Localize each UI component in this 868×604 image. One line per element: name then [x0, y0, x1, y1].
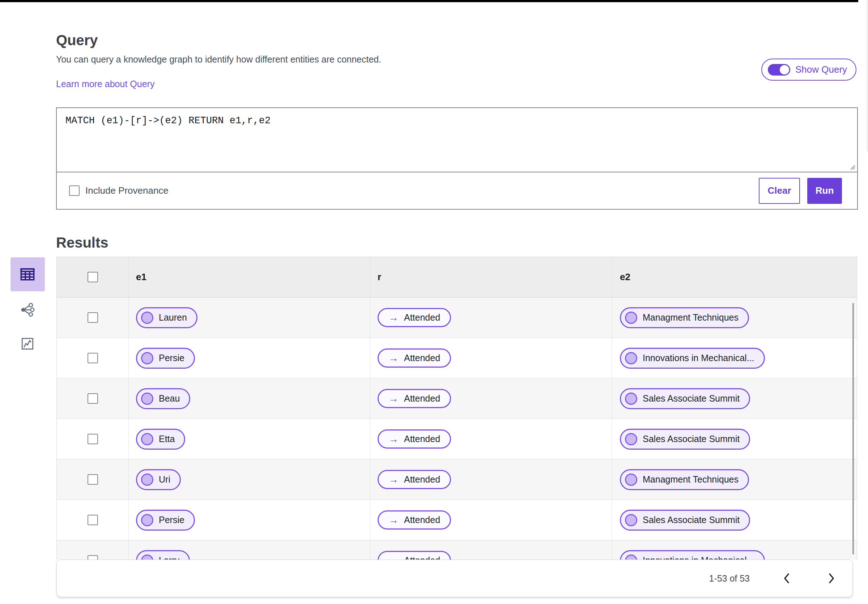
- entity-node-icon: [625, 514, 637, 526]
- header-cell-e1: e1: [129, 257, 370, 297]
- entity-label: Etta: [159, 434, 175, 444]
- row-checkbox[interactable]: [88, 312, 98, 323]
- header-cell-r: r: [370, 257, 612, 297]
- results-title: Results: [56, 235, 108, 251]
- relation-pill[interactable]: → Attended: [378, 389, 451, 408]
- row-checkbox[interactable]: [88, 393, 98, 404]
- arrow-right-icon: →: [388, 515, 398, 525]
- entity-label: Beau: [159, 393, 180, 404]
- relation-pill[interactable]: → Attended: [378, 470, 451, 489]
- relation-pill[interactable]: → Attended: [378, 348, 451, 368]
- relation-pill[interactable]: → Attended: [378, 429, 451, 449]
- toggle-knob: [780, 65, 789, 74]
- relation-label: Attended: [404, 353, 440, 363]
- table-row: Persie → Attended Sales Associate Summit: [57, 500, 857, 541]
- entity-pill[interactable]: Uri: [136, 469, 181, 490]
- arrow-right-icon: →: [388, 434, 398, 444]
- row-checkbox[interactable]: [88, 555, 98, 559]
- entity-node-icon: [141, 392, 153, 405]
- entity-pill[interactable]: Managment Techniques: [620, 469, 749, 490]
- row-cell-e1: Beau: [129, 378, 370, 419]
- entity-node-icon: [141, 312, 153, 324]
- table-icon: [19, 266, 36, 283]
- right-edge-shadow: [866, 0, 868, 152]
- page-title: Query: [56, 32, 98, 48]
- chevron-left-icon: [783, 573, 790, 584]
- entity-pill[interactable]: Larry: [136, 550, 190, 560]
- entity-pill[interactable]: Innovations in Mechanical...: [620, 550, 765, 560]
- query-page: Query You can query a knowledge graph to…: [0, 0, 868, 604]
- previous-page-button[interactable]: [779, 570, 795, 586]
- entity-node-icon: [625, 555, 637, 560]
- entity-pill[interactable]: Innovations in Mechanical...: [620, 348, 765, 369]
- row-cell-select: [57, 459, 129, 499]
- next-page-button[interactable]: [823, 570, 839, 586]
- clear-button[interactable]: Clear: [759, 178, 800, 204]
- row-cell-r: → Attended: [370, 459, 612, 499]
- entity-pill[interactable]: Etta: [136, 429, 185, 450]
- entity-pill[interactable]: Beau: [136, 388, 190, 409]
- row-cell-e2: Managment Techniques: [612, 459, 857, 499]
- header-cell-e2: e2: [612, 257, 857, 297]
- relation-pill[interactable]: → Attended: [378, 551, 451, 559]
- column-label-r: r: [378, 272, 381, 283]
- entity-pill[interactable]: Sales Associate Summit: [620, 388, 750, 409]
- entity-label: Managment Techniques: [643, 312, 739, 323]
- relation-label: Attended: [404, 393, 440, 404]
- table-row: Etta → Attended Sales Associate Summit: [57, 419, 857, 459]
- chevron-right-icon: [828, 573, 835, 584]
- row-checkbox[interactable]: [88, 474, 98, 485]
- entity-node-icon: [141, 514, 153, 526]
- entity-label: Sales Associate Summit: [643, 515, 739, 525]
- pagination-range-label: 1-53 of 53: [709, 573, 750, 584]
- row-cell-e1: Lauren: [129, 298, 370, 338]
- relation-label: Attended: [404, 434, 440, 444]
- entity-label: Sales Associate Summit: [643, 393, 739, 404]
- entity-pill[interactable]: Sales Associate Summit: [620, 510, 750, 531]
- table-body: Lauren → Attended Managment Techniques P…: [57, 298, 857, 559]
- column-label-e1: e1: [136, 272, 146, 283]
- table-header: e1 r e2: [57, 257, 857, 298]
- table-row: Uri → Attended Managment Techniques: [57, 459, 857, 500]
- table-row: Larry → Attended Innovations in Mechanic…: [57, 541, 857, 559]
- entity-pill[interactable]: Managment Techniques: [620, 307, 749, 328]
- select-all-checkbox[interactable]: [88, 272, 98, 282]
- entity-pill[interactable]: Persie: [136, 510, 195, 531]
- graph-icon: [20, 302, 36, 318]
- row-cell-r: → Attended: [370, 500, 612, 540]
- top-border: [0, 0, 858, 2]
- entity-pill[interactable]: Sales Associate Summit: [620, 429, 750, 450]
- chart-icon: [20, 336, 35, 351]
- row-checkbox[interactable]: [88, 434, 98, 444]
- arrow-right-icon: →: [388, 313, 398, 323]
- results-table: e1 r e2 Lauren → Attended: [56, 256, 857, 559]
- query-panel: MATCH (e1)-[r]->(e2) RETURN e1,r,e2 Incl…: [56, 107, 858, 210]
- entity-pill[interactable]: Persie: [136, 348, 195, 369]
- toggle-on-icon[interactable]: [768, 64, 790, 76]
- graph-view-button[interactable]: [11, 294, 45, 325]
- row-checkbox[interactable]: [88, 515, 98, 525]
- row-cell-r: → Attended: [370, 378, 612, 419]
- show-query-toggle[interactable]: Show Query: [761, 59, 856, 80]
- relation-pill[interactable]: → Attended: [378, 308, 451, 327]
- resize-handle-icon[interactable]: [848, 162, 856, 170]
- arrow-right-icon: →: [388, 353, 398, 363]
- row-checkbox[interactable]: [88, 353, 98, 363]
- header-cell-select: [57, 257, 129, 297]
- entity-label: Sales Associate Summit: [643, 434, 739, 444]
- table-view-button[interactable]: [11, 257, 45, 291]
- query-text[interactable]: MATCH (e1)-[r]->(e2) RETURN e1,r,e2: [65, 115, 271, 126]
- row-cell-e1: Persie: [129, 338, 370, 378]
- row-cell-select: [57, 500, 129, 540]
- entity-pill[interactable]: Lauren: [136, 307, 197, 328]
- chart-view-button[interactable]: [11, 328, 45, 359]
- include-provenance-checkbox[interactable]: [69, 185, 79, 196]
- scrollbar-thumb[interactable]: [852, 303, 854, 555]
- entity-label: Innovations in Mechanical...: [643, 555, 755, 559]
- learn-more-link[interactable]: Learn more about Query: [56, 79, 154, 89]
- relation-pill[interactable]: → Attended: [378, 510, 451, 530]
- entity-label: Managment Techniques: [643, 474, 739, 485]
- query-editor[interactable]: MATCH (e1)-[r]->(e2) RETURN e1,r,e2: [57, 108, 857, 172]
- run-button[interactable]: Run: [807, 178, 842, 204]
- row-cell-e2: Innovations in Mechanical...: [612, 541, 857, 559]
